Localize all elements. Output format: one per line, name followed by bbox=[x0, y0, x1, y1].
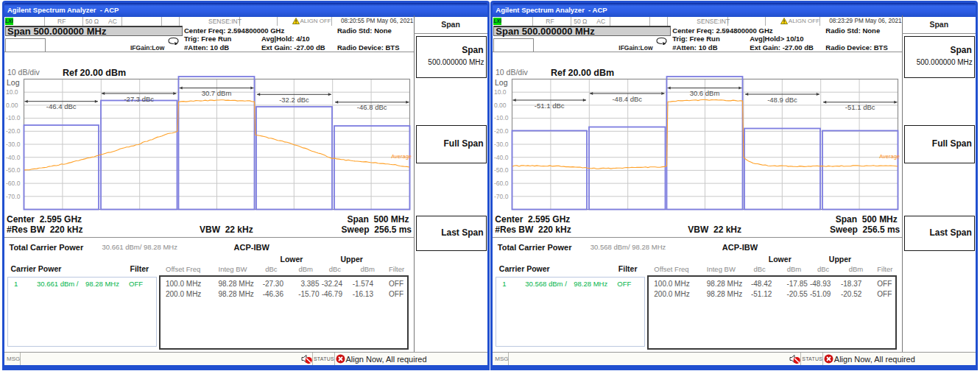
svg-text:Ref 20.00 dBm: Ref 20.00 dBm bbox=[551, 68, 614, 78]
svg-text:-20.0: -20.0 bbox=[6, 127, 21, 135]
svg-text:-60.0: -60.0 bbox=[494, 180, 509, 187]
svg-text:-40.0: -40.0 bbox=[6, 154, 21, 161]
svg-text:-51.1 dBc: -51.1 dBc bbox=[535, 102, 565, 110]
svg-text:-30.0: -30.0 bbox=[6, 141, 21, 148]
svg-text:Average: Average bbox=[391, 153, 412, 160]
svg-text:-10.0: -10.0 bbox=[494, 114, 509, 121]
svg-text:-46.8 dBc: -46.8 dBc bbox=[357, 103, 387, 111]
svg-text:Average: Average bbox=[879, 153, 900, 160]
svg-text:10.0: 10.0 bbox=[494, 88, 507, 96]
svg-text:-48.4 dBc: -48.4 dBc bbox=[613, 95, 643, 103]
svg-text:Log: Log bbox=[7, 78, 20, 87]
svg-text:-50.0: -50.0 bbox=[494, 166, 509, 174]
svg-text:-27.3 dBc: -27.3 dBc bbox=[124, 95, 154, 103]
svg-text:-20.0: -20.0 bbox=[494, 127, 509, 135]
svg-text:0.00: 0.00 bbox=[6, 102, 18, 109]
svg-text:-46.4 dBc: -46.4 dBc bbox=[46, 102, 77, 110]
svg-text:0.00: 0.00 bbox=[494, 102, 507, 109]
svg-text:-10.0: -10.0 bbox=[6, 114, 21, 121]
svg-text:30.7 dBm: 30.7 dBm bbox=[202, 89, 232, 97]
svg-text:-48.9 dBc: -48.9 dBc bbox=[767, 96, 797, 104]
svg-text:Log: Log bbox=[495, 78, 508, 87]
svg-text:-51.1 dBc: -51.1 dBc bbox=[845, 103, 875, 111]
svg-text:-30.0: -30.0 bbox=[494, 141, 509, 148]
svg-text:10 dB/div: 10 dB/div bbox=[496, 68, 529, 77]
svg-text:-70.0: -70.0 bbox=[494, 193, 509, 200]
svg-text:30.6 dBm: 30.6 dBm bbox=[690, 89, 720, 97]
svg-text:Ref 20.00 dBm: Ref 20.00 dBm bbox=[63, 68, 126, 78]
svg-text:-60.0: -60.0 bbox=[6, 180, 21, 187]
svg-text:-32.2 dBc: -32.2 dBc bbox=[279, 96, 309, 104]
svg-text:10.0: 10.0 bbox=[6, 88, 18, 96]
svg-text:-50.0: -50.0 bbox=[6, 166, 21, 174]
svg-text:10 dB/div: 10 dB/div bbox=[7, 68, 40, 77]
svg-text:-70.0: -70.0 bbox=[6, 193, 21, 200]
svg-text:-40.0: -40.0 bbox=[494, 154, 509, 161]
